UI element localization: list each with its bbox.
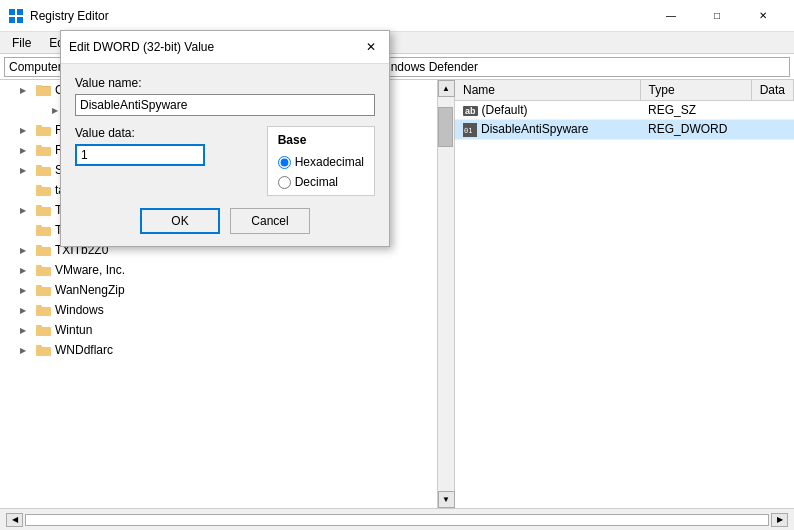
hexadecimal-radio[interactable] [278, 156, 291, 169]
base-label: Base [278, 133, 364, 147]
value-data-label: Value data: [75, 126, 251, 140]
value-name-input[interactable] [75, 94, 375, 116]
modal-overlay: Edit DWORD (32-bit) Value ✕ Value name: … [0, 0, 794, 530]
decimal-radio-label[interactable]: Decimal [278, 175, 364, 189]
edit-dword-dialog: Edit DWORD (32-bit) Value ✕ Value name: … [60, 30, 390, 247]
dialog-close-button[interactable]: ✕ [361, 37, 381, 57]
dialog-body: Value name: Value data: Base Hexadecimal… [61, 64, 389, 246]
hexadecimal-radio-label[interactable]: Hexadecimal [278, 155, 364, 169]
value-name-label: Value name: [75, 76, 375, 90]
decimal-radio[interactable] [278, 176, 291, 189]
dialog-title: Edit DWORD (32-bit) Value [69, 40, 214, 54]
base-section: Base Hexadecimal Decimal [267, 126, 375, 196]
value-data-input[interactable] [75, 144, 205, 166]
dialog-data-row: Value data: Base Hexadecimal Decimal [75, 126, 375, 196]
dialog-buttons: OK Cancel [75, 208, 375, 234]
hexadecimal-label: Hexadecimal [295, 155, 364, 169]
cancel-button[interactable]: Cancel [230, 208, 310, 234]
decimal-label: Decimal [295, 175, 338, 189]
dialog-titlebar: Edit DWORD (32-bit) Value ✕ [61, 31, 389, 64]
ok-button[interactable]: OK [140, 208, 220, 234]
value-data-section: Value data: [75, 126, 251, 196]
